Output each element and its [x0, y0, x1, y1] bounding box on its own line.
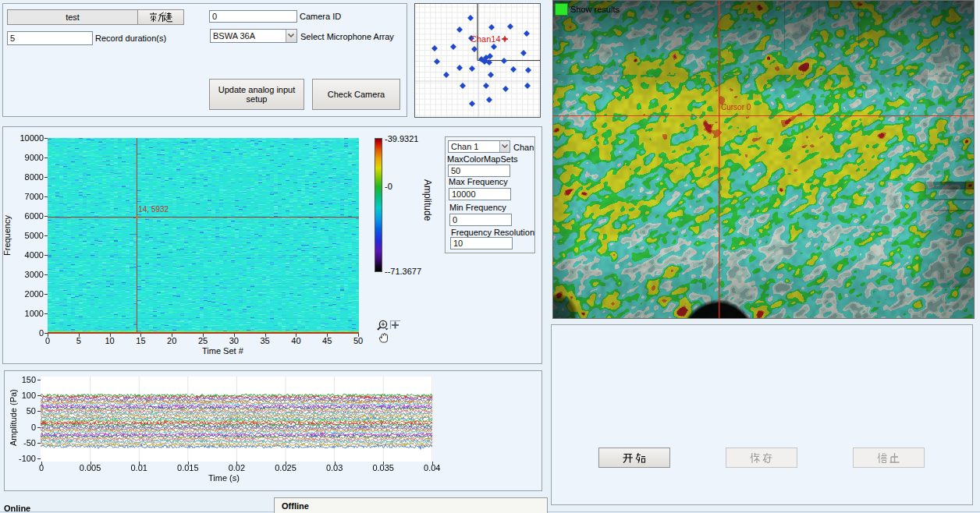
svg-text:Chan14: Chan14	[470, 34, 501, 44]
